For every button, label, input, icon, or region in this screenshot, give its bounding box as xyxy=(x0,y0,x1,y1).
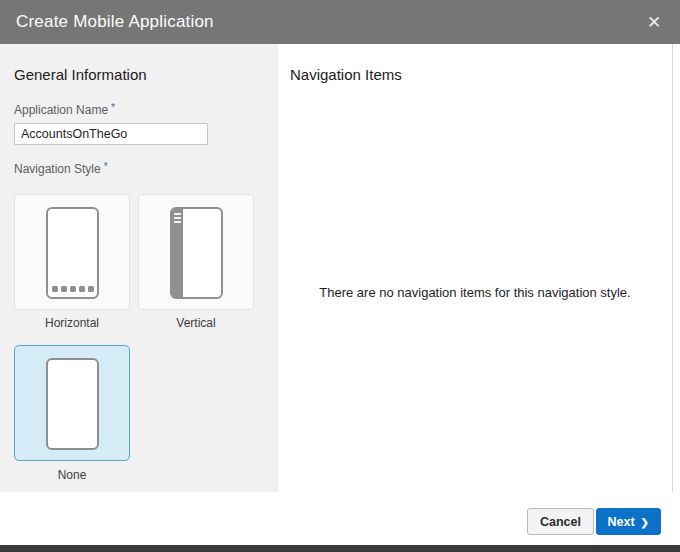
horizontal-phone-icon xyxy=(46,207,99,299)
dialog-titlebar: Create Mobile Application ✕ xyxy=(0,0,680,44)
required-marker: * xyxy=(104,161,108,172)
nav-style-label-horizontal: Horizontal xyxy=(14,316,130,330)
dialog-title: Create Mobile Application xyxy=(16,12,214,32)
none-phone-icon xyxy=(46,358,99,450)
bottom-window-edge xyxy=(0,545,680,552)
general-information-heading: General Information xyxy=(14,66,147,83)
next-button-label: Next xyxy=(608,515,635,529)
chevron-right-icon: ❯ xyxy=(641,517,649,528)
horizontal-tabbar-dots xyxy=(48,286,97,292)
nav-style-option-none[interactable] xyxy=(14,345,130,461)
vertical-phone-icon xyxy=(170,207,223,299)
nav-style-option-vertical[interactable] xyxy=(138,194,254,310)
nav-style-label-none: None xyxy=(14,468,130,482)
dialog-footer: Cancel Next ❯ xyxy=(0,492,680,545)
navigation-items-heading: Navigation Items xyxy=(290,66,402,83)
panel-edge-divider xyxy=(672,44,673,541)
navigation-style-label: Navigation Style* xyxy=(14,161,108,176)
nav-style-label-vertical: Vertical xyxy=(138,316,254,330)
cancel-button[interactable]: Cancel xyxy=(527,508,594,535)
close-icon[interactable]: ✕ xyxy=(636,0,672,44)
vertical-sidebar-icon xyxy=(172,209,183,297)
application-name-input[interactable] xyxy=(14,123,208,145)
general-information-panel: General Information Application Name* Na… xyxy=(0,44,278,492)
nav-style-option-horizontal[interactable] xyxy=(14,194,130,310)
next-button[interactable]: Next ❯ xyxy=(596,508,661,535)
application-name-label: Application Name* xyxy=(14,102,115,117)
navigation-items-panel: Navigation Items There are no navigation… xyxy=(278,44,680,492)
required-marker: * xyxy=(111,102,115,113)
empty-navigation-items-message: There are no navigation items for this n… xyxy=(278,285,672,300)
